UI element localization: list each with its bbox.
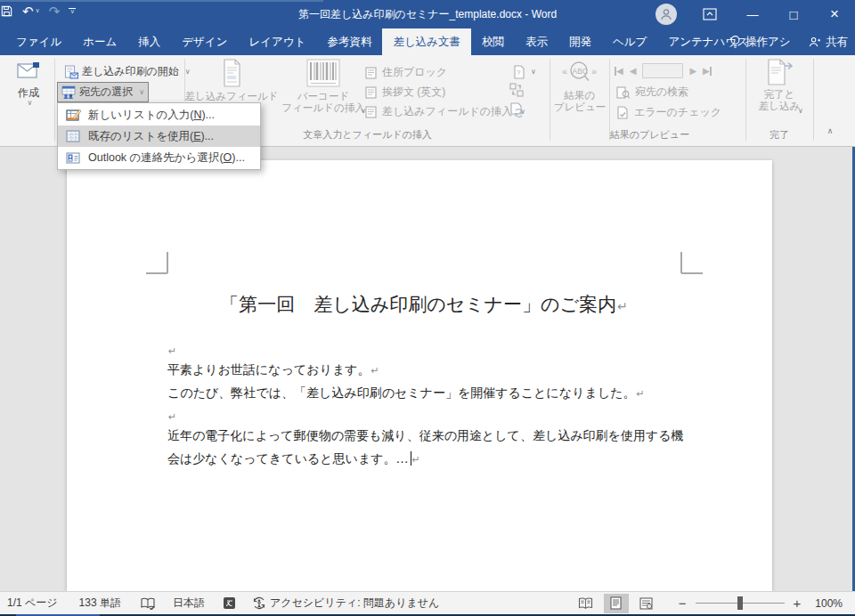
type-new-list-icon: [64, 109, 82, 122]
page-number-status[interactable]: 1/1 ページ: [7, 596, 58, 611]
svg-text:?: ?: [517, 69, 521, 77]
next-record-button: ▶: [689, 67, 696, 76]
save-icon: [0, 4, 13, 18]
doc-paragraph-3-line-2[interactable]: 会は少なくなってきていると思います。…↵: [167, 450, 420, 469]
ribbon-tab-row: ファイル ホーム 挿入 デザイン レイアウト 参考資料 差し込み文書 校閲 表示…: [0, 28, 855, 55]
group-separator: [813, 59, 814, 141]
share-button[interactable]: 共有: [808, 35, 848, 50]
tab-help[interactable]: ヘルプ: [602, 28, 657, 55]
doc-paragraph-1[interactable]: 平素よりお世話になっております。↵: [167, 361, 379, 380]
print-layout-icon: [610, 596, 622, 610]
insert-barcode-field-button: バーコード フィールドの挿入: [280, 59, 367, 114]
undo-button[interactable]: ↶ ∨: [22, 4, 40, 18]
tab-mailings[interactable]: 差し込み文書: [382, 28, 471, 55]
paragraph-mark: ↵: [371, 365, 379, 377]
tab-design[interactable]: デザイン: [171, 28, 238, 55]
last-record-button: ▶: [703, 67, 712, 76]
tab-row-right: 操作アシスト 共有: [729, 28, 848, 55]
zoom-slider[interactable]: [696, 603, 785, 604]
tell-me-label: 操作アシスト: [745, 35, 790, 50]
use-existing-list-icon: [64, 130, 82, 142]
web-layout-view-button[interactable]: [634, 594, 659, 613]
doc-paragraph-2[interactable]: このたび、弊社では、「差し込み印刷のセミナー」を開催することになりました。↵: [167, 384, 645, 403]
menu-item-type-new-list[interactable]: 新しいリストの入力(N)...: [58, 104, 260, 126]
menu-item-use-existing-list[interactable]: 既存のリストを使用(E)...: [58, 126, 260, 147]
text-boundary-mark-topleft: [167, 252, 168, 273]
maximize-button[interactable]: □: [780, 4, 807, 25]
finish-merge-icon: [765, 59, 794, 85]
match-fields-icon: [509, 83, 524, 97]
save-button[interactable]: [0, 4, 13, 18]
redo-icon: ↷: [49, 4, 61, 18]
insert-merge-field-button: 差し込みフィールドの挿入 ∨: [362, 102, 529, 121]
insert-merge-field-icon: [365, 106, 377, 118]
close-button[interactable]: ×: [821, 4, 848, 25]
person-icon: [659, 7, 673, 21]
menu-item-choose-from-outlook[interactable]: Outlook の連絡先から選択(O)...: [58, 147, 260, 168]
word-count-status[interactable]: 133 単語: [79, 596, 121, 611]
accessibility-status-button[interactable]: アクセシビリティ: 問題ありません: [252, 596, 439, 611]
text-boundary-mark-topright: [680, 252, 682, 273]
preview-group-label: 結果のプレビュー: [554, 128, 745, 142]
check-errors-icon: [616, 106, 629, 119]
paragraph-mark: ↵: [412, 454, 420, 466]
previous-record-button: ◀: [630, 67, 637, 76]
tab-references[interactable]: 参考資料: [316, 28, 382, 55]
tab-insert[interactable]: 挿入: [127, 28, 171, 55]
envelope-icon: [16, 61, 41, 82]
zoom-slider-handle[interactable]: [737, 596, 743, 610]
accessibility-status-label: アクセシビリティ: 問題ありません: [270, 596, 439, 611]
tab-developer[interactable]: 開発: [558, 28, 602, 55]
rules-icon: ?: [513, 65, 525, 79]
proofing-book-icon: [141, 597, 155, 610]
group-separator: [54, 59, 55, 141]
select-recipients-icon: [61, 85, 76, 99]
tell-me-button[interactable]: 操作アシスト: [729, 35, 790, 50]
address-block-button: 住所ブロック: [362, 63, 451, 82]
start-mail-merge-button[interactable]: 差し込み印刷の開始 ∨: [61, 62, 194, 81]
tab-review[interactable]: 校閲: [471, 28, 515, 55]
doc-paragraph-3-line-1[interactable]: 近年の電子化によって郵便物の需要も減り、従来の用途として、差し込み印刷を使用する…: [167, 426, 682, 445]
preview-results-label-1: 結果の: [565, 90, 596, 101]
minimize-button[interactable]: —: [739, 4, 766, 25]
customize-qat-button[interactable]: ∨: [69, 8, 76, 14]
print-layout-view-button[interactable]: [604, 594, 629, 613]
proofing-status-button[interactable]: [141, 597, 155, 610]
create-label: 作成: [18, 87, 39, 99]
finish-merge-label-2: 差し込み: [759, 101, 801, 112]
tab-view[interactable]: 表示: [515, 28, 558, 55]
create-envelopes-button[interactable]: 作成 ∨: [7, 61, 50, 107]
find-recipient-button: 宛先の検索: [613, 83, 692, 101]
record-navigator: ◀ ◀ ▶ ▶: [615, 63, 712, 78]
text-boundary-mark-topright: [681, 272, 703, 274]
ime-icon: [223, 596, 236, 610]
share-label: 共有: [826, 35, 848, 50]
ime-mode-button[interactable]: [223, 596, 236, 610]
insert-barcode-field-label-1: バーコード: [297, 91, 349, 102]
share-person-icon: [808, 36, 821, 49]
tab-file[interactable]: ファイル: [5, 28, 72, 55]
highlight-merge-fields-icon: [220, 59, 243, 87]
start-mail-merge-icon: [64, 65, 78, 79]
language-status[interactable]: 日本語: [173, 596, 205, 611]
tab-layout[interactable]: レイアウト: [238, 28, 316, 55]
select-recipients-label: 宛先の選択: [79, 85, 133, 100]
zoom-out-button[interactable]: −: [679, 596, 687, 611]
doc-empty-line[interactable]: ↵: [167, 407, 176, 426]
read-mode-view-button[interactable]: [574, 594, 598, 613]
svg-text:«: «: [562, 66, 567, 77]
zoom-level-button[interactable]: 100%: [815, 597, 843, 610]
collapse-ribbon-button[interactable]: ∧: [821, 126, 839, 141]
undo-icon: ↶: [22, 4, 34, 18]
zoom-in-button[interactable]: +: [794, 596, 802, 611]
menu-item-label: 既存のリストを使用(E)...: [88, 129, 214, 144]
tab-home[interactable]: ホーム: [72, 28, 127, 55]
select-recipients-button[interactable]: 宛先の選択 ∨: [57, 82, 149, 102]
doc-title-line[interactable]: 「第一回 差し込み印刷のセミナー」のご案内↵: [167, 296, 680, 316]
preview-results-label-2: プレビュー: [554, 101, 607, 113]
outlook-contacts-icon: [64, 152, 82, 164]
account-avatar[interactable]: [656, 4, 677, 25]
document-page[interactable]: 「第一回 差し込み印刷のセミナー」のご案内↵ ↵ 平素よりお世話になっております…: [67, 160, 772, 591]
doc-empty-line[interactable]: ↵: [167, 341, 176, 361]
ribbon-display-options-button[interactable]: [696, 4, 723, 25]
